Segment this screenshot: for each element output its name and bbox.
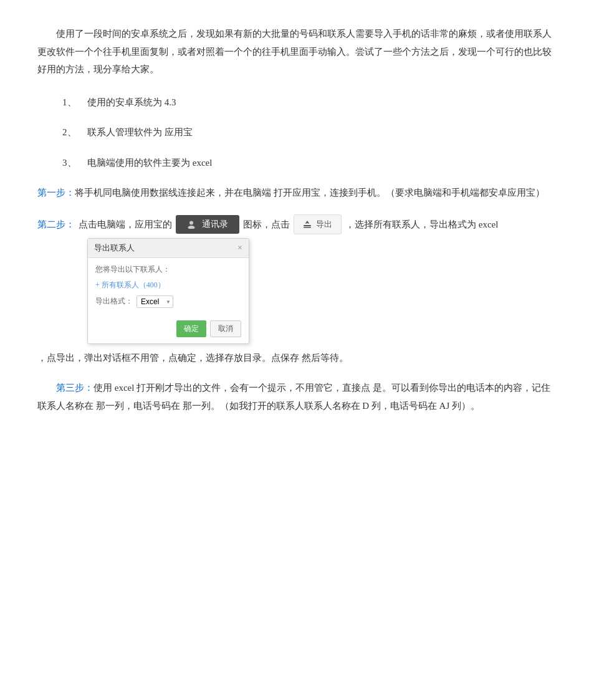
dialog-all-contacts-label: + 所有联系人（400） bbox=[95, 280, 165, 290]
dialog-format-row: 导出格式： Excel vCard bbox=[95, 295, 241, 308]
svg-marker-4 bbox=[305, 221, 310, 224]
list-number-3: 3、 bbox=[62, 154, 87, 172]
dialog-title: 导出联系人 bbox=[94, 242, 135, 254]
dialog-format-label: 导出格式： bbox=[95, 296, 133, 307]
dialog-close-btn[interactable]: × bbox=[237, 243, 242, 253]
step3-label: 第三步： bbox=[56, 383, 93, 393]
step2-section: 第二步： 点击电脑端，应用宝的 通讯录 图标，点击 导出 bbox=[37, 214, 552, 367]
list-item-2: 2、 联系人管理软件为 应用宝 bbox=[62, 123, 552, 141]
export-dialog: 导出联系人 × 您将导出以下联系人： + 所有联系人（400） 导出格式： bbox=[87, 238, 249, 344]
dialog-confirm-btn[interactable]: 确定 bbox=[176, 320, 206, 337]
svg-point-0 bbox=[189, 221, 193, 224]
format-select-wrapper[interactable]: Excel vCard bbox=[136, 295, 173, 308]
page-container: 使用了一段时间的安卓系统之后，发现如果有新的大批量的号码和联系人需要导入手机的话… bbox=[0, 0, 589, 439]
format-select[interactable]: Excel vCard bbox=[136, 295, 173, 308]
list-item-1: 1、 使用的安卓系统为 4.3 bbox=[62, 93, 552, 112]
list-number-2: 2、 bbox=[62, 123, 87, 141]
step2-text2: 图标，点击 bbox=[243, 215, 290, 234]
step1-label: 第一步： bbox=[37, 188, 75, 198]
dialog-cancel-btn[interactable]: 取消 bbox=[210, 320, 241, 337]
step2-label: 第二步： bbox=[37, 215, 75, 234]
dialog-hint-row: 您将导出以下联系人： bbox=[95, 264, 241, 275]
step3-text: 使用 excel 打开刚才导出的文件，会有一个提示，不用管它，直接点 是。可以看… bbox=[37, 383, 550, 411]
list-content-1: 使用的安卓系统为 4.3 bbox=[87, 93, 552, 112]
dialog-body: 您将导出以下联系人： + 所有联系人（400） 导出格式： Excel vCar… bbox=[88, 258, 249, 320]
list-number-1: 1、 bbox=[62, 93, 87, 112]
list-content-3: 电脑端使用的软件主要为 excel bbox=[87, 154, 552, 172]
step2-text3: ，选择所有联系人，导出格式为 excel bbox=[345, 215, 498, 234]
step3-paragraph: 第三步：使用 excel 打开刚才导出的文件，会有一个提示，不用管它，直接点 是… bbox=[37, 379, 552, 415]
contacts-btn-label: 通讯录 bbox=[202, 219, 228, 230]
person-icon bbox=[187, 220, 196, 229]
export-icon bbox=[303, 220, 312, 229]
svg-rect-2 bbox=[304, 225, 311, 226]
step1-paragraph: 第一步：将手机同电脑使用数据线连接起来，并在电脑端 打开应用宝，连接到手机。（要… bbox=[37, 184, 552, 202]
step2-text1: 点击电脑端，应用宝的 bbox=[79, 215, 172, 234]
contacts-button[interactable]: 通讯录 bbox=[176, 215, 239, 234]
dialog-header: 导出联系人 × bbox=[88, 239, 249, 258]
step1-text: 将手机同电脑使用数据线连接起来，并在电脑端 打开应用宝，连接到手机。（要求电脑端… bbox=[75, 188, 545, 198]
export-btn-label: 导出 bbox=[316, 219, 332, 230]
list-content-2: 联系人管理软件为 应用宝 bbox=[87, 123, 552, 141]
svg-rect-3 bbox=[304, 227, 311, 228]
svg-point-1 bbox=[188, 226, 195, 229]
export-button[interactable]: 导出 bbox=[294, 214, 342, 234]
dialog-hint-text: 您将导出以下联系人： bbox=[95, 264, 170, 275]
dialog-footer: 确定 取消 bbox=[88, 320, 249, 343]
dialog-all-contacts-row: + 所有联系人（400） bbox=[95, 280, 241, 290]
step2-continuation: ，点导出，弹出对话框不用管，点确定，选择存放目录。点保存 然后等待。 bbox=[37, 349, 552, 367]
list-section: 1、 使用的安卓系统为 4.3 2、 联系人管理软件为 应用宝 3、 电脑端使用… bbox=[62, 93, 552, 172]
list-item-3: 3、 电脑端使用的软件主要为 excel bbox=[62, 154, 552, 172]
intro-paragraph: 使用了一段时间的安卓系统之后，发现如果有新的大批量的号码和联系人需要导入手机的话… bbox=[37, 25, 552, 79]
